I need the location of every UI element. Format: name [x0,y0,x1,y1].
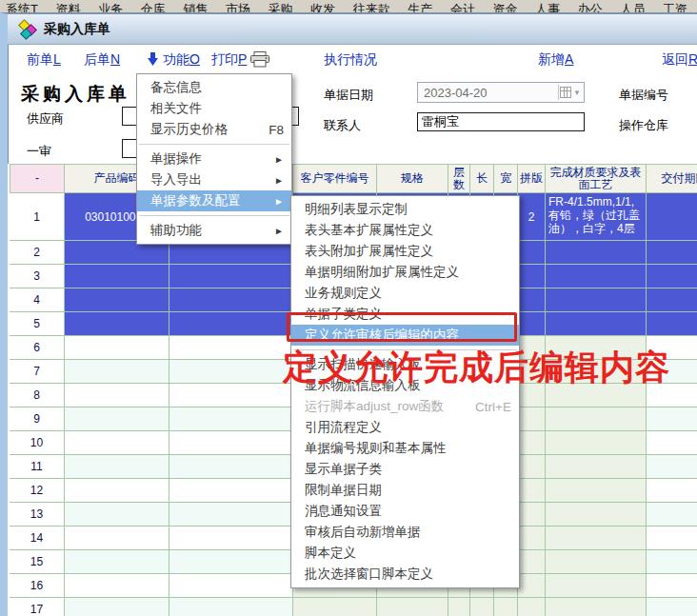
row-number-cell[interactable]: 8 [10,384,65,407]
back-button[interactable]: 返回R [662,51,697,69]
app-menu-item[interactable]: 采购 [269,1,293,12]
table-cell[interactable] [647,550,697,574]
config-menu-item[interactable]: 消息通知设置 [291,501,519,522]
table-cell[interactable] [169,336,293,360]
table-cell[interactable] [169,407,293,431]
column-header[interactable]: 拼版 [518,164,546,193]
table-cell[interactable] [647,265,697,288]
table-cell[interactable] [647,455,697,479]
table-cell[interactable] [518,550,546,574]
execution-status-button[interactable]: 执行情况 [324,51,377,69]
table-cell[interactable] [546,455,647,479]
app-menu-item[interactable]: 往来款 [353,1,390,12]
next-doc-button[interactable]: 后单N [84,51,120,69]
table-cell[interactable] [518,265,546,288]
app-menu-item[interactable]: 系统T [6,1,38,12]
table-cell[interactable] [470,598,494,616]
printer-icon[interactable] [249,51,270,70]
doc-date-input[interactable]: 2023-04-20 ▼ [417,82,585,103]
app-menu-item[interactable]: 资金 [492,1,517,12]
config-menu-item[interactable]: 引用流程定义 [291,417,519,438]
column-header[interactable]: 规格 [377,164,448,193]
app-menu-item[interactable]: 仓库 [141,1,166,12]
table-cell[interactable] [647,241,697,265]
table-cell[interactable] [546,407,647,431]
table-cell[interactable] [65,407,169,431]
table-cell[interactable]: FR-4/1.5mm,1/1, 有铅，绿（过孔盖油），白字，4层 [546,193,647,241]
table-cell[interactable] [65,574,169,598]
add-new-button[interactable]: 新增A [538,51,573,69]
table-cell[interactable] [647,598,697,616]
column-header[interactable]: 长 [470,164,494,193]
function-menu-item[interactable]: 单据参数及配置► [137,190,291,211]
table-cell[interactable] [65,265,169,288]
table-cell[interactable] [518,598,546,616]
function-menu-item[interactable]: 备忘信息 [137,77,291,98]
table-cell[interactable] [647,479,697,503]
config-menu-item[interactable]: 单据编号规则和基本属性 [291,438,519,459]
table-cell[interactable] [647,288,697,312]
table-cell[interactable] [65,455,169,479]
config-menu-item[interactable]: 脚本定义 [291,543,519,564]
table-cell[interactable] [169,288,293,312]
table-cell[interactable] [65,431,169,455]
table-cell[interactable] [518,241,546,265]
table-cell[interactable] [518,574,546,598]
column-header[interactable]: 层数 [448,164,470,193]
table-cell[interactable] [647,503,697,527]
config-menu-item[interactable]: 单据明细附加扩展属性定义 [291,262,519,283]
table-cell[interactable] [65,598,169,616]
function-menu-item[interactable]: 显示历史价格F8 [137,119,291,140]
config-menu-item[interactable]: 表头附加扩展属性定义 [291,241,519,262]
table-cell[interactable] [169,431,293,455]
app-menu-item[interactable]: 市场 [226,1,250,12]
table-cell[interactable] [169,265,293,288]
config-menu-item[interactable]: 表头基本扩展属性定义 [291,220,519,241]
table-cell[interactable] [546,265,647,288]
app-menu-item[interactable]: 办公 [578,1,603,12]
table-cell[interactable] [65,550,169,574]
table-cell[interactable] [377,598,448,616]
table-cell[interactable] [169,384,293,407]
function-menu-button[interactable]: 功能O [163,51,200,69]
table-cell[interactable] [518,455,546,479]
table-cell[interactable] [647,407,697,431]
prev-doc-button[interactable]: 前单L [27,51,61,69]
app-menu-item[interactable]: 业务 [98,1,123,12]
column-header[interactable]: 宽 [494,164,518,193]
row-number-cell[interactable]: 11 [10,455,65,479]
table-cell[interactable] [647,312,697,336]
table-cell[interactable] [65,312,169,336]
table-cell[interactable] [546,479,647,503]
print-button[interactable]: 打印P [211,51,247,69]
table-cell[interactable] [546,574,647,598]
config-menu-item[interactable]: 显示单据子类 [291,459,519,480]
contact-input[interactable]: 雷桐宝 [417,112,585,131]
app-menu-item[interactable]: 资料 [56,1,81,12]
table-cell[interactable] [293,598,377,616]
table-cell[interactable] [546,241,647,265]
table-cell[interactable] [546,431,647,455]
row-number-cell[interactable]: 16 [10,574,65,598]
column-header[interactable]: - [10,164,65,193]
table-cell[interactable] [546,312,647,336]
table-cell[interactable] [169,527,293,550]
table-cell[interactable] [647,574,697,598]
function-menu-item[interactable]: 导入导出► [137,169,291,190]
row-number-cell[interactable]: 6 [10,336,65,360]
config-menu-item[interactable]: 批次选择窗口脚本定义 [291,564,519,585]
table-cell[interactable] [448,598,470,616]
config-menu-item[interactable]: 审核后自动新增单据 [291,522,519,543]
table-cell[interactable] [169,360,293,384]
row-number-cell[interactable]: 7 [10,360,65,384]
row-number-cell[interactable]: 4 [10,288,65,312]
row-number-cell[interactable]: 2 [10,241,65,265]
table-cell[interactable] [65,527,169,550]
table-cell[interactable] [518,407,546,431]
table-cell[interactable] [494,598,518,616]
row-number-cell[interactable]: 3 [10,265,65,288]
table-cell[interactable] [65,288,169,312]
table-cell[interactable] [518,479,546,503]
config-menu-item[interactable]: 明细列表显示定制 [291,199,519,220]
app-menu-item[interactable]: 人员 [620,1,645,12]
